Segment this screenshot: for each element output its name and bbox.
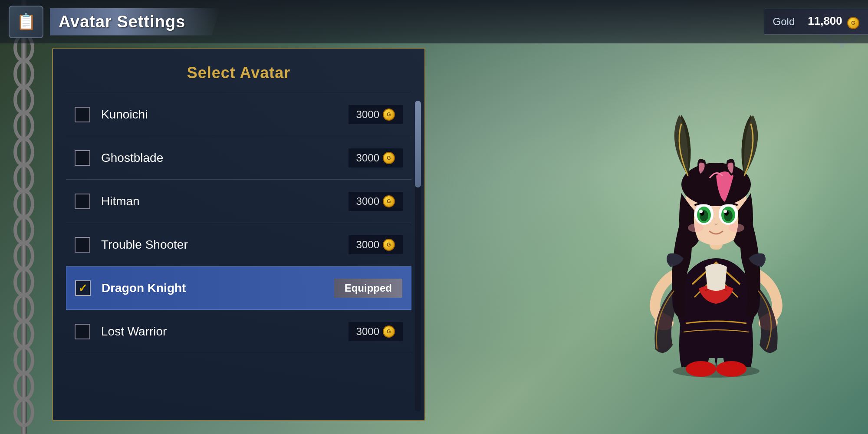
chain-decoration <box>4 0 43 434</box>
main-panel: Select Avatar Kunoichi3000GGhostblade300… <box>52 48 425 421</box>
header-title-bar: Avatar Settings <box>50 8 220 36</box>
avatar-checkbox-hitman[interactable] <box>75 194 90 209</box>
price-tag-hitman: 3000G <box>349 192 403 211</box>
svg-point-36 <box>681 163 751 206</box>
price-tag-trouble-shooter: 3000G <box>349 235 403 254</box>
avatar-item-trouble-shooter[interactable]: Trouble Shooter3000G <box>66 223 411 266</box>
avatar-checkbox-kunoichi[interactable] <box>75 107 90 122</box>
character-figure <box>625 54 807 380</box>
avatar-checkbox-trouble-shooter[interactable] <box>75 237 90 253</box>
price-tag-lost-warrior: 3000G <box>349 322 403 341</box>
price-tag-ghostblade: 3000G <box>349 148 403 168</box>
price-coin-icon: G <box>383 108 395 121</box>
equipped-badge-dragon-knight: Equipped <box>334 279 402 298</box>
avatar-checkbox-lost-warrior[interactable] <box>75 324 90 339</box>
avatar-list: Kunoichi3000GGhostblade3000GHitman3000GT… <box>53 93 424 353</box>
avatar-name-dragon-knight: Dragon Knight <box>102 281 334 295</box>
gold-coin-icon: G <box>847 17 859 29</box>
svg-point-46 <box>723 210 727 213</box>
gold-label: Gold <box>773 16 795 28</box>
avatar-checkbox-ghostblade[interactable] <box>75 150 90 166</box>
panel-title: Select Avatar <box>53 49 424 93</box>
character-display <box>608 43 825 391</box>
price-coin-icon: G <box>383 326 395 338</box>
price-coin-icon: G <box>383 239 395 251</box>
price-tag-kunoichi: 3000G <box>349 105 403 124</box>
gold-display: Gold 11,800 G <box>764 9 868 35</box>
price-coin-icon: G <box>383 195 395 207</box>
avatar-item-ghostblade[interactable]: Ghostblade3000G <box>66 136 411 180</box>
header-icon <box>9 6 43 38</box>
avatar-name-ghostblade: Ghostblade <box>101 151 349 165</box>
svg-point-48 <box>729 224 744 232</box>
avatar-checkbox-dragon-knight[interactable]: ✓ <box>75 280 91 296</box>
checkmark-icon: ✓ <box>78 282 88 295</box>
svg-point-47 <box>688 224 704 232</box>
svg-point-45 <box>699 210 703 213</box>
page-title: Avatar Settings <box>59 13 185 31</box>
price-coin-icon: G <box>383 152 395 164</box>
avatar-item-dragon-knight[interactable]: ✓Dragon KnightEquipped <box>66 266 411 310</box>
avatar-name-trouble-shooter: Trouble Shooter <box>101 238 349 252</box>
avatar-item-kunoichi[interactable]: Kunoichi3000G <box>66 93 411 136</box>
avatar-name-lost-warrior: Lost Warrior <box>101 325 349 339</box>
scrollbar-thumb[interactable] <box>415 101 421 187</box>
avatar-item-hitman[interactable]: Hitman3000G <box>66 180 411 223</box>
header: Avatar Settings Gold 11,800 G <box>0 0 868 43</box>
scrollbar-track[interactable] <box>415 101 421 411</box>
avatar-name-kunoichi: Kunoichi <box>101 108 349 122</box>
gold-amount: 11,800 G <box>808 14 859 29</box>
avatar-item-lost-warrior[interactable]: Lost Warrior3000G <box>66 310 411 353</box>
avatar-name-hitman: Hitman <box>101 194 349 208</box>
